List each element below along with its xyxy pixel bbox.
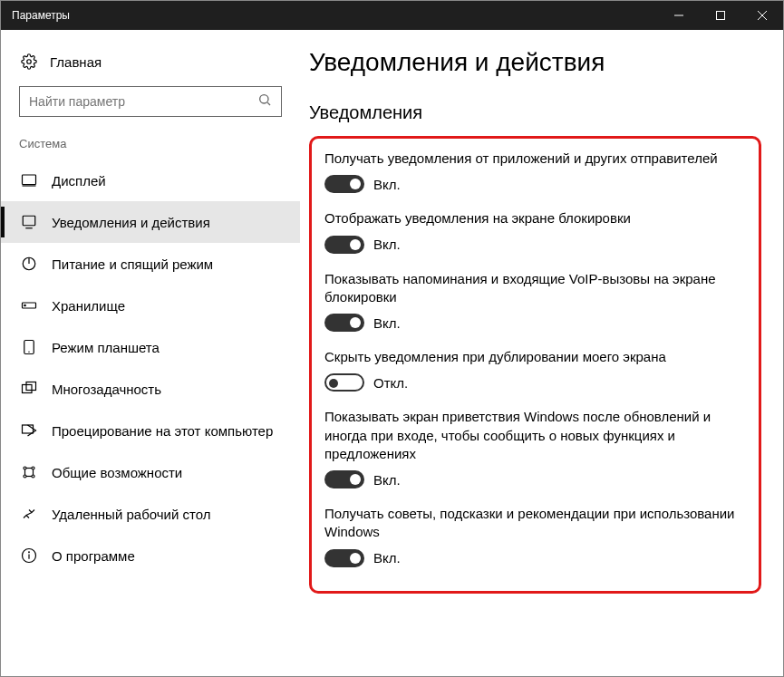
search-icon xyxy=(257,92,272,111)
toggle-switch[interactable] xyxy=(324,470,364,488)
minimize-button[interactable] xyxy=(658,1,700,30)
sidebar-item-label: Уведомления и действия xyxy=(52,215,210,230)
section-label: Система xyxy=(1,137,300,160)
setting-row: Показывать экран приветствия Windows пос… xyxy=(324,408,746,488)
toggle-knob xyxy=(329,379,338,388)
sidebar: Главная Система Дисплей Уведомления и де… xyxy=(1,30,300,676)
sidebar-item-about[interactable]: О программе xyxy=(1,535,300,576)
svg-line-6 xyxy=(267,102,270,105)
setting-row: Скрыть уведомления при дублировании моег… xyxy=(324,348,746,392)
toggle-switch[interactable] xyxy=(324,175,364,193)
setting-label: Получать уведомления от приложений и дру… xyxy=(324,150,746,168)
setting-label: Показывать напоминания и входящие VoIP-в… xyxy=(324,270,746,307)
storage-icon xyxy=(21,297,37,314)
sidebar-item-notifications[interactable]: Уведомления и действия xyxy=(1,201,300,243)
sidebar-item-label: Хранилище xyxy=(52,298,125,314)
sidebar-item-power[interactable]: Питание и спящий режим xyxy=(1,243,300,285)
sidebar-item-label: О программе xyxy=(52,548,135,564)
sidebar-item-tablet[interactable]: Режим планшета xyxy=(1,326,300,368)
svg-point-5 xyxy=(260,95,268,103)
svg-point-21 xyxy=(32,467,34,469)
power-icon xyxy=(21,256,37,272)
sidebar-item-multitasking[interactable]: Многозадачность xyxy=(1,368,300,410)
toggle-knob xyxy=(350,553,361,564)
svg-rect-17 xyxy=(23,385,33,393)
gear-icon xyxy=(21,53,37,70)
sidebar-item-label: Общие возможности xyxy=(52,465,182,480)
sidebar-item-label: Дисплей xyxy=(52,173,106,189)
svg-point-4 xyxy=(27,60,32,64)
toggle-switch[interactable] xyxy=(324,373,364,392)
toggle-knob xyxy=(350,474,361,485)
setting-label: Отображать уведомления на экране блокиро… xyxy=(324,209,746,227)
toggle-knob xyxy=(350,317,361,328)
sidebar-item-display[interactable]: Дисплей xyxy=(1,160,300,201)
svg-point-14 xyxy=(24,305,26,306)
toggle-row: Вкл. xyxy=(324,236,746,254)
close-button[interactable] xyxy=(741,1,783,30)
sidebar-item-projecting[interactable]: Проецирование на этот компьютер xyxy=(1,410,300,451)
svg-rect-19 xyxy=(23,425,34,433)
sidebar-item-label: Режим планшета xyxy=(52,340,160,355)
svg-rect-9 xyxy=(23,216,35,226)
toggle-state-text: Вкл. xyxy=(373,472,401,488)
page-title: Уведомления и действия xyxy=(309,48,761,77)
search-input[interactable] xyxy=(29,94,257,109)
svg-rect-7 xyxy=(23,175,36,185)
content-area: Уведомления и действия Уведомления Получ… xyxy=(300,30,783,676)
sidebar-item-label: Питание и спящий режим xyxy=(52,256,213,272)
svg-point-23 xyxy=(32,475,34,478)
setting-row: Получать уведомления от приложений и дру… xyxy=(324,150,746,193)
toggle-state-text: Откл. xyxy=(373,375,408,391)
toggle-row: Вкл. xyxy=(324,549,746,567)
toggle-state-text: Вкл. xyxy=(373,237,401,252)
toggle-state-text: Вкл. xyxy=(373,177,401,192)
toggle-state-text: Вкл. xyxy=(373,550,401,566)
toggle-row: Откл. xyxy=(324,373,746,392)
toggle-row: Вкл. xyxy=(324,175,746,193)
sidebar-item-remote[interactable]: Удаленный рабочий стол xyxy=(1,493,300,535)
titlebar: Параметры xyxy=(1,1,783,30)
sidebar-item-label: Удаленный рабочий стол xyxy=(52,507,210,522)
search-box[interactable] xyxy=(19,86,282,117)
setting-label: Скрыть уведомления при дублировании моег… xyxy=(324,348,746,366)
notification-icon xyxy=(21,214,37,230)
sidebar-item-storage[interactable]: Хранилище xyxy=(1,285,300,326)
svg-point-20 xyxy=(24,467,26,469)
multitask-icon xyxy=(21,381,37,397)
toggle-switch[interactable] xyxy=(324,314,364,332)
sidebar-item-label: Проецирование на этот компьютер xyxy=(52,423,273,439)
toggle-state-text: Вкл. xyxy=(373,315,401,331)
setting-row: Показывать напоминания и входящие VoIP-в… xyxy=(324,270,746,333)
setting-label: Показывать экран приветствия Windows пос… xyxy=(324,408,746,463)
display-icon xyxy=(21,172,37,189)
maximize-button[interactable] xyxy=(700,1,741,30)
toggle-switch[interactable] xyxy=(324,549,364,567)
section-subhead: Уведомления xyxy=(309,102,761,123)
toggle-knob xyxy=(350,239,361,250)
window-body: Главная Система Дисплей Уведомления и де… xyxy=(1,30,783,676)
shared-icon xyxy=(21,464,37,480)
toggle-row: Вкл. xyxy=(324,470,746,488)
toggle-knob xyxy=(350,179,361,189)
setting-label: Получать советы, подсказки и рекомендаци… xyxy=(324,505,746,542)
settings-window: Параметры Главная Система xyxy=(0,0,784,677)
setting-row: Отображать уведомления на экране блокиро… xyxy=(324,209,746,253)
svg-line-28 xyxy=(26,513,32,516)
home-link[interactable]: Главная xyxy=(1,46,300,82)
sidebar-item-label: Многозадачность xyxy=(52,382,161,397)
setting-row: Получать советы, подсказки и рекомендаци… xyxy=(324,505,746,567)
svg-point-22 xyxy=(24,475,26,478)
tablet-icon xyxy=(21,339,37,355)
window-title: Параметры xyxy=(12,9,658,22)
toggle-row: Вкл. xyxy=(324,314,746,332)
svg-rect-18 xyxy=(26,382,36,391)
svg-point-31 xyxy=(29,552,30,553)
svg-rect-1 xyxy=(717,12,725,20)
project-icon xyxy=(21,422,37,439)
sidebar-item-shared[interactable]: Общие возможности xyxy=(1,451,300,493)
info-icon xyxy=(21,547,37,564)
home-label: Главная xyxy=(50,54,102,70)
highlighted-settings: Получать уведомления от приложений и дру… xyxy=(309,136,761,594)
toggle-switch[interactable] xyxy=(324,236,364,254)
